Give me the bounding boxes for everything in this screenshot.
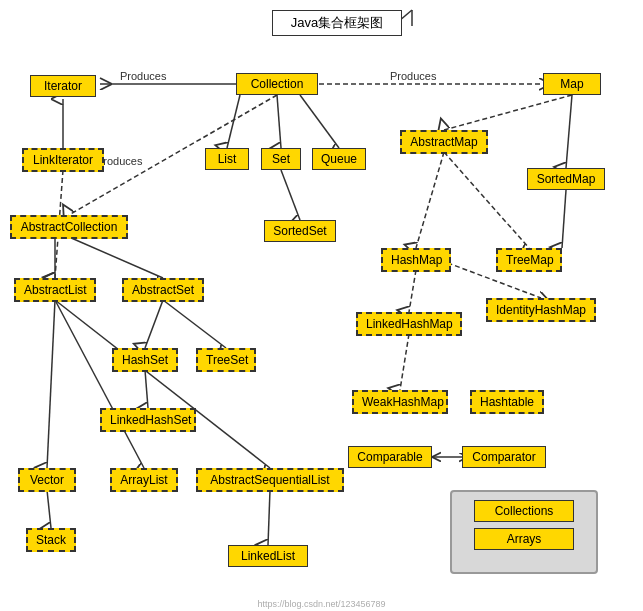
legend-box: Collections Arrays — [450, 490, 598, 574]
svg-line-18 — [163, 300, 226, 348]
svg-line-9 — [566, 95, 572, 168]
svg-line-22 — [400, 334, 409, 390]
abstractsequentiallist-node: AbstractSequentialList — [196, 468, 344, 492]
svg-line-13 — [281, 170, 300, 220]
svg-line-16 — [562, 190, 566, 248]
abstractlist-node: AbstractList — [14, 278, 96, 302]
svg-line-12 — [69, 237, 163, 278]
sortedset-node: SortedSet — [264, 220, 336, 242]
svg-line-25 — [55, 300, 270, 468]
svg-line-23 — [47, 300, 55, 468]
produces-label-1: Produces — [120, 70, 166, 82]
weakhashmap-node: WeakHashMap — [352, 390, 448, 414]
arraylist-node: ArrayList — [110, 468, 178, 492]
svg-line-15 — [444, 152, 529, 248]
arrays-legend: Arrays — [474, 528, 574, 550]
collections-legend: Collections — [474, 500, 574, 522]
svg-line-14 — [416, 152, 444, 248]
linkedlist-node: LinkedList — [228, 545, 308, 567]
treemap-node: TreeMap — [496, 248, 562, 272]
svg-line-7 — [300, 95, 339, 148]
linkedhashmap-node: LinkedHashMap — [356, 312, 462, 336]
iterator-node: Iterator — [30, 75, 96, 97]
linkiterator-node: LinkIterator — [22, 148, 104, 172]
title-node: Java集合框架图 — [272, 10, 402, 36]
diagram-container: Map (dashed arrow) --> — [0, 0, 643, 611]
queue-node: Queue — [312, 148, 366, 170]
comparable-node: Comparable — [348, 446, 432, 468]
hashtable-node: Hashtable — [470, 390, 544, 414]
svg-line-19 — [409, 270, 416, 312]
vector-node: Vector — [18, 468, 76, 492]
comparator-node: Comparator — [462, 446, 546, 468]
svg-line-17 — [145, 300, 163, 348]
list-node: List — [205, 148, 249, 170]
title-label: Java集合框架图 — [291, 15, 383, 30]
svg-line-21 — [145, 370, 148, 408]
svg-line-26 — [47, 490, 51, 528]
identityhashmap-node: IdentityHashMap — [486, 298, 596, 322]
watermark: https://blog.csdn.net/123456789 — [257, 599, 385, 609]
linkedhashset-node: LinkedHashSet — [100, 408, 196, 432]
map-node: Map — [543, 73, 601, 95]
abstractset-node: AbstractSet — [122, 278, 204, 302]
hashset-node: HashSet — [112, 348, 178, 372]
sortedmap-node: SortedMap — [527, 168, 605, 190]
svg-line-6 — [277, 95, 281, 148]
collection-node: Collection — [236, 73, 318, 95]
abstractcollection-node: AbstractCollection — [10, 215, 128, 239]
svg-line-27 — [268, 490, 270, 545]
abstractmap-node: AbstractMap — [400, 130, 488, 154]
produces-label-2: Produces — [390, 70, 436, 82]
svg-line-8 — [444, 95, 572, 130]
svg-line-5 — [227, 95, 240, 148]
svg-line-24 — [55, 300, 144, 468]
set-node: Set — [261, 148, 301, 170]
hashmap-node: HashMap — [381, 248, 451, 272]
treeset-node: TreeSet — [196, 348, 256, 372]
stack-node: Stack — [26, 528, 76, 552]
